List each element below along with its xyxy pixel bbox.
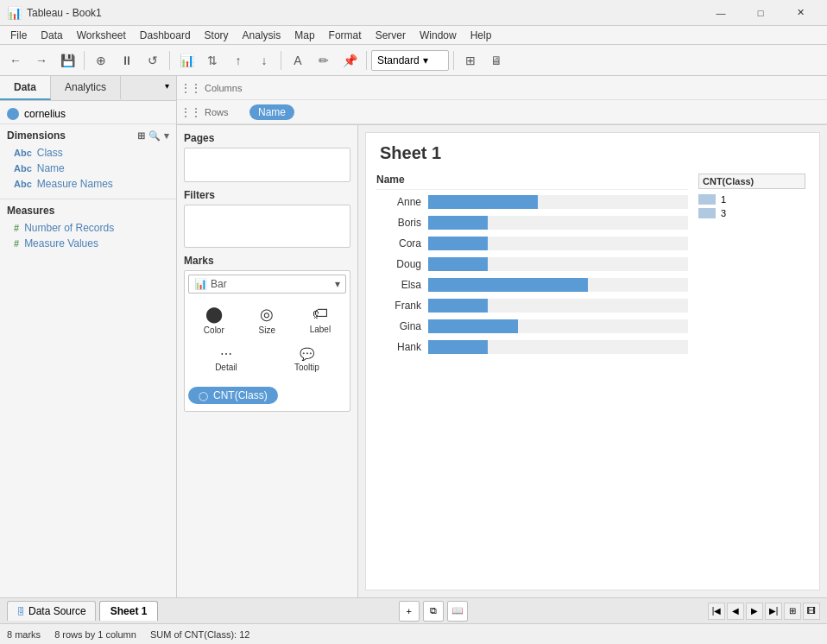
datasource-name: cornelius (24, 108, 66, 120)
filters-box[interactable] (184, 205, 350, 248)
pages-box[interactable] (184, 148, 350, 182)
pin-button[interactable]: 📌 (338, 48, 362, 73)
menu-server[interactable]: Server (369, 28, 413, 43)
rows-columns-count: 8 rows by 1 column (54, 629, 136, 640)
bar-track-boris[interactable] (428, 216, 688, 230)
datasource-tab[interactable]: 🗄 Data Source (7, 601, 96, 621)
menu-dashboard[interactable]: Dashboard (133, 28, 198, 43)
data-tab[interactable]: Data (0, 76, 51, 100)
tab-icons: + ⧉ 📖 (399, 601, 468, 622)
cnt-icon: ◯ (199, 391, 208, 401)
menu-story[interactable]: Story (198, 28, 236, 43)
nav-next[interactable]: ▶ (746, 603, 763, 620)
label-button-marks[interactable]: 🏷 Label (304, 300, 337, 339)
field-measure-names[interactable]: Abc Measure Names (0, 176, 176, 192)
highlight-button[interactable]: ✏ (312, 48, 336, 73)
separator-2 (169, 51, 170, 70)
size-button[interactable]: ◎ Size (252, 300, 281, 339)
dimensions-search-icon[interactable]: 🔍 (148, 130, 161, 142)
refresh-button[interactable]: ↺ (141, 48, 165, 73)
menu-analysis[interactable]: Analysis (236, 28, 288, 43)
marks-type-label: Bar (211, 278, 227, 290)
field-name-measure-values: Measure Values (24, 237, 98, 249)
field-type-hash-values: # (14, 238, 19, 249)
nav-prev[interactable]: ◀ (727, 603, 744, 620)
tooltip-button[interactable]: 💬 Tooltip (288, 343, 325, 376)
field-number-of-records[interactable]: # Number of Records (0, 220, 176, 236)
save-button[interactable]: 💾 (55, 48, 79, 73)
color-icon: ⬤ (205, 305, 223, 324)
label-button[interactable]: A (286, 48, 310, 73)
field-class[interactable]: Abc Class (0, 145, 176, 161)
datasource-row[interactable]: cornelius (0, 104, 176, 123)
menu-window[interactable]: Window (413, 28, 464, 43)
marks-type-dropdown[interactable]: 📊 Bar ▾ (188, 275, 346, 294)
sort-desc-button[interactable]: ↓ (252, 48, 276, 73)
color-button[interactable]: ⬤ Color (198, 300, 230, 339)
maximize-button[interactable]: □ (741, 0, 780, 26)
panel-tab-arrow[interactable]: ▾ (158, 76, 176, 100)
menu-help[interactable]: Help (464, 28, 499, 43)
dimensions-section-header: Dimensions ⊞ 🔍 ▾ (0, 123, 176, 145)
dimensions-menu-icon[interactable]: ▾ (164, 130, 169, 142)
nav-last[interactable]: ▶| (765, 603, 782, 620)
columns-shelf: ⋮⋮ Columns (177, 76, 827, 100)
bar-label-hank: Hank (376, 341, 428, 353)
app-icon: 📊 (7, 6, 22, 20)
bar-track-cora[interactable] (428, 237, 688, 250)
dimensions-grid-icon[interactable]: ⊞ (137, 130, 145, 142)
undo-forward-button[interactable]: → (29, 48, 54, 73)
sheet-title: Sheet 1 (366, 133, 819, 167)
bar-track-frank[interactable] (428, 299, 688, 313)
menu-worksheet[interactable]: Worksheet (70, 28, 133, 43)
sort-asc-button[interactable]: ↑ (226, 48, 250, 73)
chart-type-button[interactable]: 📊 (174, 48, 199, 73)
new-story-button[interactable]: 📖 (447, 601, 468, 622)
detail-button[interactable]: ⋯ Detail (209, 343, 243, 376)
rows-name-pill[interactable]: Name (249, 104, 294, 120)
nav-grid[interactable]: ⊞ (784, 603, 801, 620)
field-name[interactable]: Abc Name (0, 161, 176, 176)
analytics-tab[interactable]: Analytics (51, 76, 121, 100)
menu-file[interactable]: File (3, 28, 34, 43)
bar-row-doug: Doug (376, 256, 688, 273)
chart-area: Name AnneBorisCoraDougElsaFrankGinaHank (373, 167, 691, 583)
fit-dropdown[interactable]: Standard ▾ (371, 50, 449, 71)
new-dashboard-button[interactable]: ⧉ (423, 601, 444, 622)
nav-first[interactable]: |◀ (708, 603, 725, 620)
legend-swatch-3 (698, 208, 716, 218)
sheet1-tab[interactable]: Sheet 1 (99, 601, 159, 621)
desktop-button[interactable]: 🖥 (484, 48, 508, 73)
filters-title: Filters (184, 189, 350, 201)
cnt-class-pill[interactable]: ◯ CNT(Class) (188, 387, 278, 404)
undo-back-button[interactable]: ← (3, 48, 28, 73)
menu-format[interactable]: Format (322, 28, 369, 43)
swap-button[interactable]: ⇅ (200, 48, 224, 73)
grid-button[interactable]: ⊞ (458, 48, 483, 73)
bar-track-doug[interactable] (428, 257, 688, 271)
marks-count: 8 marks (7, 629, 41, 640)
bar-fill-anne (428, 195, 538, 209)
legend-item-3: 3 (698, 208, 805, 218)
new-sheet-button[interactable]: + (399, 601, 420, 622)
new-datasource-button[interactable]: ⊕ (89, 48, 113, 73)
bar-row-hank: Hank (376, 338, 688, 356)
field-measure-values[interactable]: # Measure Values (0, 236, 176, 251)
pause-button[interactable]: ⏸ (115, 48, 139, 73)
bar-fill-gina (428, 319, 518, 333)
tooltip-label: Tooltip (294, 363, 319, 372)
bar-track-gina[interactable] (428, 319, 688, 333)
menu-map[interactable]: Map (287, 28, 321, 43)
datasource-icon (7, 108, 19, 120)
bar-track-elsa[interactable] (428, 278, 688, 292)
nav-film[interactable]: 🎞 (803, 603, 820, 620)
menu-data[interactable]: Data (34, 28, 69, 43)
close-button[interactable]: ✕ (780, 0, 820, 26)
separator-1 (84, 51, 85, 70)
separator-4 (366, 51, 367, 70)
minimize-button[interactable]: — (701, 0, 741, 26)
bar-track-hank[interactable] (428, 340, 688, 354)
measures-label: Measures (7, 205, 54, 217)
label-text: Label (310, 325, 331, 334)
bar-track-anne[interactable] (428, 195, 688, 209)
